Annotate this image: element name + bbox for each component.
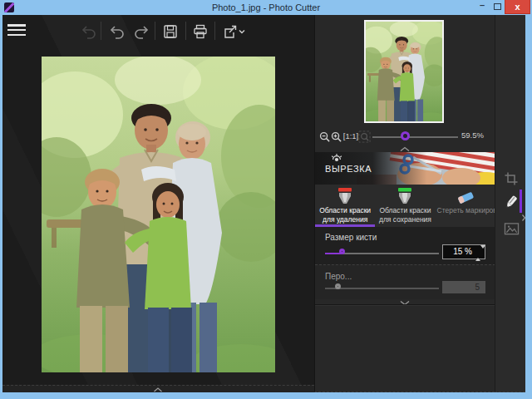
undo-icon	[109, 23, 126, 40]
save-button[interactable]	[160, 22, 180, 42]
feather-value-box: 5	[442, 281, 485, 293]
brush-size-label: Размер кисти	[325, 233, 377, 242]
green-marker-icon	[395, 187, 415, 205]
brush-size-spinbox[interactable]: 15 %	[442, 244, 485, 259]
brush-size-value: 15 %	[453, 247, 472, 256]
hamburger-menu-icon[interactable]	[7, 24, 26, 37]
brush-size-slider-handle[interactable]	[339, 249, 345, 254]
print-button[interactable]	[190, 22, 210, 42]
brush-size-section: Размер кисти 15 %	[315, 227, 495, 264]
maximize-button[interactable]	[490, 0, 504, 14]
share-icon	[222, 23, 239, 40]
actual-size-button[interactable]: [1:1]	[342, 130, 359, 143]
brush-size-slider[interactable]	[325, 253, 439, 254]
zoom-out-button[interactable]	[318, 130, 331, 143]
tab-paint-areas-to-remove[interactable]: Области краски для удаления	[315, 185, 375, 227]
image-adjust-icon	[504, 222, 520, 236]
redo-button[interactable]	[131, 22, 151, 42]
panel-expand-handle[interactable]	[520, 212, 528, 224]
spinner-arrows-icon[interactable]	[475, 247, 482, 260]
app-window: Photo_1.jpg - Photo Cutter – x	[0, 0, 532, 399]
navigator-thumbnail-image	[366, 22, 442, 121]
feather-label: Перо...	[325, 272, 352, 281]
crop-icon	[504, 171, 519, 186]
toolbar-separator	[185, 22, 186, 40]
tab-paint-areas-to-keep[interactable]: Области краски для сохранения	[375, 185, 435, 227]
canvas-footer-bar	[2, 385, 314, 392]
zoom-slider[interactable]	[372, 136, 458, 138]
tool-strip	[495, 15, 525, 392]
chevron-up-icon[interactable]	[399, 146, 411, 152]
titlebar: Photo_1.jpg - Photo Cutter – x	[0, 0, 532, 15]
share-button[interactable]	[219, 22, 248, 42]
undo-disabled-icon	[81, 23, 97, 40]
minimize-button[interactable]: –	[475, 0, 489, 14]
zoom-slider-handle[interactable]	[401, 131, 410, 140]
zoom-in-icon	[330, 131, 342, 143]
toolbar-separator	[101, 22, 101, 40]
save-icon	[162, 23, 179, 40]
print-icon	[192, 23, 209, 40]
feather-slider	[325, 288, 439, 289]
zoom-level-value: 59.5%	[461, 131, 493, 140]
zoom-fit-icon	[358, 131, 371, 143]
side-panel: [1:1] 59.5% ВЫРЕЗКА	[314, 15, 495, 392]
zoom-out-icon	[318, 131, 331, 143]
redo-icon	[133, 23, 150, 40]
feather-slider-handle	[335, 283, 341, 289]
eraser-icon	[456, 187, 475, 205]
chevron-right-icon	[521, 214, 526, 222]
undo-button[interactable]	[107, 22, 127, 42]
photo-canvas-image[interactable]	[42, 57, 275, 372]
pen-tool-button[interactable]	[502, 193, 520, 211]
navigator-thumbnail[interactable]	[364, 20, 444, 123]
undo-all-button[interactable]	[79, 22, 99, 42]
tab-label: Стереть маркировку	[436, 206, 495, 215]
pen-tool-icon	[503, 194, 520, 210]
feather-section: Перо... 5	[315, 264, 495, 299]
window-title: Photo_1.jpg - Photo Cutter	[0, 0, 532, 15]
editor-area	[2, 15, 314, 392]
cutout-section-header[interactable]: ВЫРЕЗКА	[315, 152, 495, 185]
tab-erase-marking[interactable]: Стереть маркировку	[436, 185, 495, 227]
active-tool-indicator	[520, 190, 522, 213]
chevron-down-icon	[239, 29, 245, 34]
chevron-up-icon[interactable]	[153, 387, 163, 392]
preview-eye-icon[interactable]	[330, 152, 343, 164]
panel-divider	[315, 304, 495, 306]
tab-label: Области краски для удаления	[315, 206, 375, 224]
toolbar-separator	[155, 22, 155, 40]
maximize-icon	[494, 3, 501, 10]
toolbar	[2, 15, 314, 47]
red-marker-icon	[335, 187, 355, 205]
cutout-header-label: ВЫРЕЗКА	[325, 164, 372, 174]
toolbar-separator	[214, 22, 215, 40]
tab-label: Области краски для сохранения	[375, 206, 435, 224]
cutout-tabs: Области краски для удаления Области крас…	[315, 185, 495, 227]
close-button[interactable]: x	[505, 0, 530, 14]
photo-canvas[interactable]	[2, 47, 314, 385]
crop-tool-button[interactable]	[502, 170, 520, 188]
zoom-fit-button[interactable]	[358, 130, 371, 143]
image-adjust-button[interactable]	[502, 219, 520, 238]
zoom-controls: [1:1] 59.5%	[315, 129, 495, 145]
zoom-in-button[interactable]	[330, 130, 342, 143]
